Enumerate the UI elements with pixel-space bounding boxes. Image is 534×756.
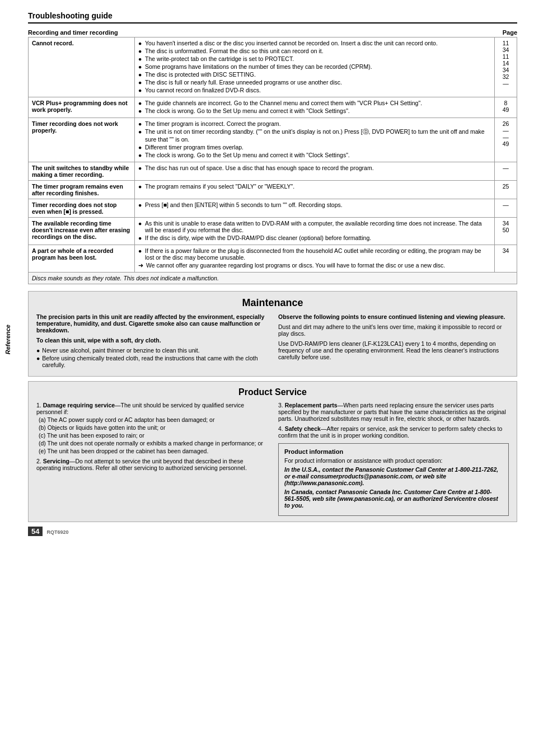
page-cell: 34 xyxy=(495,245,517,273)
desc-cell: ●As this unit is unable to erase data wr… xyxy=(135,218,495,245)
maintenance-bullet-item: Never use alcohol, paint thinner or benz… xyxy=(36,347,267,354)
ps-sub-item: (c) The unit has been exposed to rain; o… xyxy=(39,432,267,439)
page-cell: 3450 xyxy=(495,218,517,245)
ps-right-item: 4. Safety check—After repairs or service… xyxy=(278,425,509,439)
product-service-left: 1. Damage requiring service—The unit sho… xyxy=(36,402,267,516)
maintenance-bullet-item: Before using chemically treated cloth, r… xyxy=(36,355,267,368)
product-service-right: 3. Replacement parts—When parts need rep… xyxy=(278,402,509,516)
maintenance-title: Maintenance xyxy=(36,297,509,309)
table-row: The available recording time doesn't inc… xyxy=(29,218,517,245)
table-row: Timer recording does not work properly. … xyxy=(29,118,517,162)
ps-left-item: 2. Servicing—Do not attempt to service t… xyxy=(36,458,267,471)
ps-sub-item: (e) The unit has been dropped or the cab… xyxy=(39,448,267,454)
product-info-intro: For product information or assistance wi… xyxy=(284,457,503,464)
issue-cell: VCR Plus+ programming does not work prop… xyxy=(29,97,135,118)
product-info-section: Product information For product informat… xyxy=(278,443,509,516)
page-footer: 54 RQT6920 xyxy=(28,527,517,536)
ps-right-item: 3. Replacement parts—When parts need rep… xyxy=(278,402,509,422)
product-info-contact-ca: In Canada, contact Panasonic Canada Inc.… xyxy=(284,489,503,509)
trouble-table: Cannot record. ●You haven't inserted a d… xyxy=(28,37,517,284)
table-header: Recording and timer recording Page xyxy=(28,29,517,36)
page-cell: — xyxy=(495,199,517,218)
issue-cell: The unit switches to standby while makin… xyxy=(29,162,135,181)
desc-cell: ●If there is a power failure or the plug… xyxy=(135,245,495,273)
desc-cell: ●You haven't inserted a disc or the disc… xyxy=(135,37,495,97)
desc-cell: ●The timer program is incorrect. Correct… xyxy=(135,118,495,162)
page-number: 54 xyxy=(28,527,43,536)
product-service-section: Product Service 1. Damage requiring serv… xyxy=(28,381,517,522)
desc-cell: ●The disc has run out of space. Use a di… xyxy=(135,162,495,181)
maintenance-section: Maintenance The precision parts in this … xyxy=(28,291,517,377)
note-row: Discs make sounds as they rotate. This d… xyxy=(29,273,517,284)
page-cell: 849 xyxy=(495,97,517,118)
product-service-title: Product Service xyxy=(36,387,509,397)
issue-cell: Timer recording does not stop even when … xyxy=(29,199,135,218)
note-cell: Discs make sounds as they rotate. This d… xyxy=(29,273,517,284)
desc-cell: ●Press [■] and then [ENTER] within 5 sec… xyxy=(135,199,495,218)
maintenance-para1: Dust and dirt may adhere to the unit's l… xyxy=(278,323,509,337)
section-title: Troubleshooting guide xyxy=(28,11,517,24)
maintenance-right: Observe the following points to ensure c… xyxy=(278,313,509,370)
page-cell: 25 xyxy=(495,181,517,199)
table-row: Cannot record. ●You haven't inserted a d… xyxy=(29,37,517,97)
product-info-title: Product information xyxy=(284,448,503,455)
page-cell: 26——49 xyxy=(495,118,517,162)
col-header-issue: Recording and timer recording xyxy=(28,29,140,36)
table-row: Timer recording does not stop even when … xyxy=(29,199,517,218)
desc-cell: ●The guide channels are incorrect. Go to… xyxy=(135,97,495,118)
page-cell: — xyxy=(495,162,517,181)
product-info-contact-us: In the U.S.A., contact the Panasonic Cus… xyxy=(284,466,503,486)
issue-cell: Cannot record. xyxy=(29,37,135,97)
table-row: VCR Plus+ programming does not work prop… xyxy=(29,97,517,118)
ps-sub-item: (a) The AC power supply cord or AC adapt… xyxy=(39,416,267,423)
maintenance-para2: Use DVD-RAM/PD lens cleaner (LF-K123LCA1… xyxy=(278,340,509,360)
table-row: The timer program remains even after rec… xyxy=(29,181,517,199)
col-header-page: Page xyxy=(495,29,517,36)
issue-cell: The available recording time doesn't inc… xyxy=(29,218,135,245)
issue-cell: A part or whole of a recorded program ha… xyxy=(29,245,135,273)
issue-cell: The timer program remains even after rec… xyxy=(29,181,135,199)
ps-left-item: 1. Damage requiring service—The unit sho… xyxy=(36,402,267,454)
maintenance-observe-bold: Observe the following points to ensure c… xyxy=(278,313,505,320)
desc-cell: ●The program remains if you select "DAIL… xyxy=(135,181,495,199)
table-row: A part or whole of a recorded program ha… xyxy=(29,245,517,273)
ps-sub-item: (d) The unit does not operate normally o… xyxy=(39,440,267,447)
maintenance-clean-bold: To clean this unit, wipe with a soft, dr… xyxy=(36,337,161,344)
col-header-desc xyxy=(140,29,495,36)
footer-code: RQT6920 xyxy=(47,529,69,535)
table-row: The unit switches to standby while makin… xyxy=(29,162,517,181)
ps-sub-item: (b) Objects or liquids have gotten into … xyxy=(39,424,267,431)
maintenance-intro-bold: The precision parts in this unit are rea… xyxy=(36,313,264,334)
maintenance-left: The precision parts in this unit are rea… xyxy=(36,313,267,370)
page-cell: 113411143432— xyxy=(495,37,517,97)
issue-cell: Timer recording does not work properly. xyxy=(29,118,135,162)
side-label: Reference xyxy=(4,325,11,354)
maintenance-bullet-list: Never use alcohol, paint thinner or benz… xyxy=(36,347,267,368)
